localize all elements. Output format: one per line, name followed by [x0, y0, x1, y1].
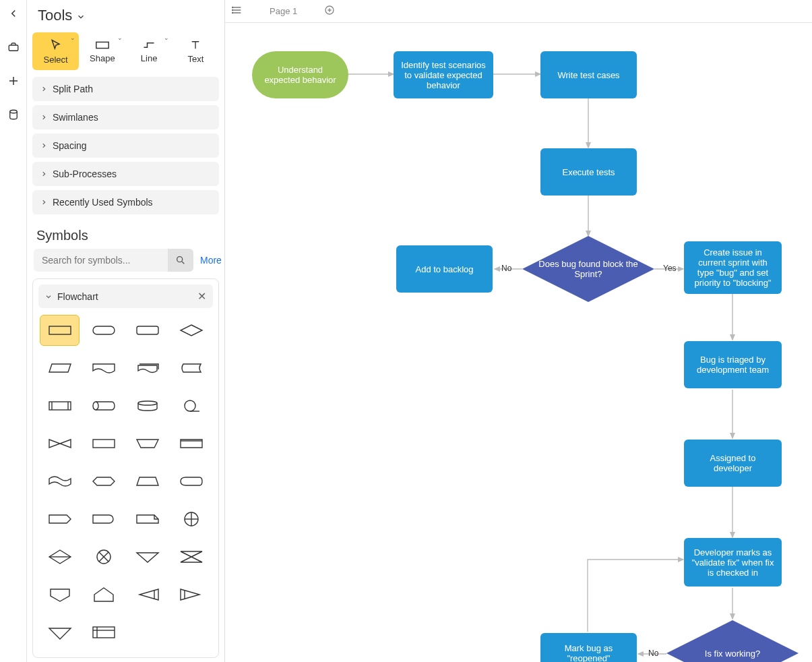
symbol-library: Flowchart ✕ — [32, 278, 219, 658]
node-write[interactable]: Write test cases — [540, 51, 637, 98]
node-triaged[interactable]: Bug is triaged by development team — [684, 341, 782, 388]
more-label: More — [200, 255, 222, 266]
shape-display[interactable] — [172, 466, 212, 497]
chevron-right-icon — [40, 86, 47, 92]
library-header[interactable]: Flowchart ✕ — [38, 284, 213, 308]
shape-collate[interactable] — [172, 541, 212, 572]
chevron-down-icon: ⌄ — [70, 34, 75, 41]
shape-multidoc[interactable] — [128, 353, 168, 384]
section-subprocesses[interactable]: Sub-Processes — [32, 162, 219, 186]
node-execute[interactable]: Execute tests — [540, 148, 637, 195]
section-recent[interactable]: Recently Used Symbols — [32, 190, 219, 214]
shape-note[interactable] — [128, 504, 168, 535]
chevron-right-icon — [40, 142, 47, 149]
search-input[interactable] — [34, 249, 168, 272]
node-understand[interactable]: Understand expected behavior — [252, 51, 348, 98]
shape-arrow-right[interactable] — [172, 579, 212, 610]
shape-bowtie[interactable] — [40, 428, 80, 459]
database-icon[interactable] — [3, 104, 24, 125]
section-spacing[interactable]: Spacing — [32, 133, 219, 158]
symbols-search — [34, 249, 193, 272]
node-label: Bug is triaged by development team — [691, 355, 775, 375]
shape-tape[interactable] — [40, 466, 80, 497]
svg-point-11 — [138, 401, 157, 405]
node-label: Mark bug as "reopened" — [547, 643, 630, 662]
edge-label-no2: No — [648, 649, 658, 658]
shape-rect2[interactable] — [84, 428, 123, 459]
page-tab-label: Page 1 — [270, 6, 297, 16]
shape-trapezoid[interactable] — [128, 466, 168, 497]
shape-decision[interactable] — [172, 315, 212, 346]
shape-rounded[interactable] — [128, 315, 168, 346]
node-label: Write test cases — [557, 70, 619, 80]
tool-tab-text[interactable]: Text — [173, 32, 219, 70]
diagram-canvas[interactable]: Understand expected behavior Identify te… — [225, 23, 812, 662]
text-icon — [189, 39, 201, 51]
shape-summing[interactable] — [172, 504, 212, 535]
shape-stored-data[interactable] — [172, 353, 212, 384]
svg-point-1 — [9, 110, 17, 113]
outline-icon[interactable] — [232, 5, 243, 18]
node-identify[interactable]: Identify test scenarios to validate expe… — [394, 51, 493, 98]
shape-terminator[interactable] — [84, 315, 123, 346]
more-link[interactable]: More + — [200, 255, 225, 266]
tool-tab-line[interactable]: ⌄ Line — [126, 32, 173, 70]
toolbox-icon[interactable] — [3, 36, 24, 58]
node-decision-fix[interactable]: Is fix working? — [666, 620, 799, 662]
shape-predefined[interactable] — [40, 390, 80, 421]
shape-sort[interactable] — [40, 541, 80, 572]
shape-delay[interactable] — [84, 504, 123, 535]
shape-card[interactable] — [172, 428, 212, 459]
left-rail — [0, 0, 27, 662]
page-tabbar: Page 1 — [225, 0, 812, 23]
chevron-down-icon: ⌄ — [164, 34, 169, 41]
section-label: Swimlanes — [53, 112, 98, 123]
edge-label-no: No — [501, 264, 511, 273]
shape-direct-data[interactable] — [84, 390, 123, 421]
tool-tab-label: Shape — [90, 53, 115, 63]
add-page-button[interactable] — [324, 5, 335, 18]
node-create-issue[interactable]: Create issue in current sprint with type… — [684, 241, 782, 294]
svg-rect-2 — [96, 42, 108, 48]
shape-offpage[interactable] — [40, 579, 80, 610]
page-tab[interactable]: Page 1 — [251, 0, 316, 22]
shape-extract[interactable] — [40, 617, 80, 648]
shape-data[interactable] — [40, 353, 80, 384]
shape-process[interactable] — [40, 315, 80, 346]
node-reopened[interactable]: Mark bug as "reopened" — [540, 633, 637, 662]
line-icon — [142, 40, 156, 51]
cursor-icon — [49, 38, 63, 52]
shape-tag[interactable] — [40, 504, 80, 535]
node-label: Does bug found block the Sprint? — [522, 259, 654, 279]
node-label: Developer marks as "validate fix" when f… — [691, 547, 775, 578]
back-icon[interactable] — [3, 3, 24, 24]
shape-house[interactable] — [84, 579, 123, 610]
node-decision-block[interactable]: Does bug found block the Sprint? — [522, 236, 654, 302]
tool-tab-select[interactable]: ⌄ Select — [32, 32, 79, 70]
section-split-path[interactable]: Split Path — [32, 77, 219, 101]
node-backlog[interactable]: Add to backlog — [396, 245, 493, 293]
close-icon[interactable]: ✕ — [197, 290, 206, 303]
tools-header[interactable]: Tools — [32, 0, 219, 30]
svg-point-10 — [93, 402, 98, 410]
section-label: Split Path — [53, 84, 93, 94]
shape-hexagon[interactable] — [84, 466, 123, 497]
svg-rect-5 — [93, 326, 115, 334]
tool-tab-label: Line — [141, 53, 158, 63]
node-label: Identify test scenarios to validate expe… — [400, 60, 487, 90]
shape-seq-data[interactable] — [172, 390, 212, 421]
node-validatefix[interactable]: Developer marks as "validate fix" when f… — [684, 538, 782, 586]
shape-or[interactable] — [84, 541, 123, 572]
node-assigned[interactable]: Assigned to developer — [684, 440, 782, 487]
shape-merge[interactable] — [128, 541, 168, 572]
shape-internal[interactable] — [84, 617, 123, 648]
node-label: Create issue in current sprint with type… — [691, 247, 775, 288]
shape-database[interactable] — [128, 390, 168, 421]
tool-tab-shape[interactable]: ⌄ Shape — [79, 32, 125, 70]
shape-arrow-left[interactable] — [128, 579, 168, 610]
shape-document[interactable] — [84, 353, 123, 384]
search-button[interactable] — [168, 249, 193, 272]
shape-manual-op[interactable] — [128, 428, 168, 459]
section-swimlanes[interactable]: Swimlanes — [32, 105, 219, 129]
add-icon[interactable] — [3, 70, 24, 92]
